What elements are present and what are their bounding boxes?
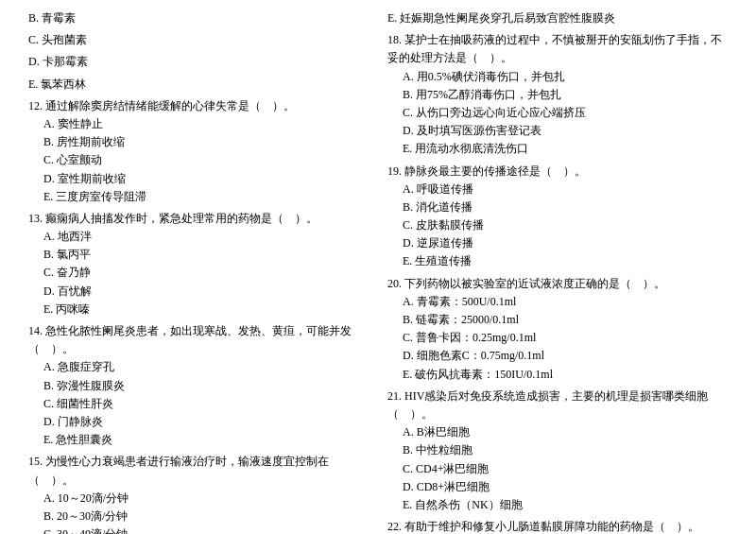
option-E-妊娠期: E. 妊娠期急性阑尾炎穿孔后易致宫腔性腹膜炎 (387, 9, 728, 27)
option-E-氯苯西林: E. 氯苯西林 (28, 76, 369, 94)
question-15: 15. 为慢性心力衰竭患者进行输液治疗时，输液速度宜控制在（ ）。 A. 10～… (28, 453, 369, 534)
question-12-optionB: B. 房性期前收缩 (28, 133, 369, 151)
question-13-optionC: C. 奋乃静 (28, 264, 369, 282)
question-15-optionB: B. 20～30滴/分钟 (28, 508, 369, 525)
question-13: 13. 癫痫病人抽搐发作时，紧急处理常用的药物是（ ）。 A. 地西泮 B. 氯… (28, 210, 369, 319)
question-22: 22. 有助于维护和修复小儿肠道黏膜屏障功能的药物是（ ）。 A. 青霉素 B.… (387, 518, 728, 534)
question-12-optionD: D. 室性期前收缩 (28, 170, 369, 188)
question-12-optionA: A. 窦性静止 (28, 115, 369, 133)
question-13-optionE: E. 丙咪嗪 (28, 301, 369, 319)
question-12-optionC: C. 心室颤动 (28, 151, 369, 169)
question-19-optionA: A. 呼吸道传播 (387, 181, 728, 198)
option-text: E. 妊娠期急性阑尾炎穿孔后易致宫腔性腹膜炎 (387, 11, 615, 25)
question-21-optionD: D. CD8+淋巴细胞 (387, 478, 728, 496)
question-20-optionB: B. 链霉素：25000/0.1ml (387, 311, 728, 329)
question-14-optionD: D. 门静脉炎 (28, 413, 369, 431)
question-13-optionD: D. 百忧解 (28, 283, 369, 301)
question-19-optionD: D. 逆尿道传播 (387, 234, 728, 252)
question-20-optionD: D. 细胞色素C：0.75mg/0.1ml (387, 347, 728, 365)
question-21-optionE: E. 自然杀伤（NK）细胞 (387, 496, 728, 514)
question-18-optionE: E. 用流动水彻底清洗伤口 (387, 140, 728, 158)
question-15-optionA: A. 10～20滴/分钟 (28, 490, 369, 508)
question-19: 19. 静脉炎最主要的传播途径是（ ）。 A. 呼吸道传播 B. 消化道传播 C… (387, 163, 728, 271)
question-13-optionA: A. 地西泮 (28, 228, 369, 246)
question-18-optionB: B. 用75%乙醇消毒伤口，并包扎 (387, 86, 728, 104)
question-12-optionE: E. 三度房室传导阻滞 (28, 188, 369, 206)
option-text: B. 青霉素 (28, 11, 76, 25)
question-19-optionE: E. 生殖道传播 (387, 252, 728, 270)
question-21-optionB: B. 中性粒细胞 (387, 441, 728, 459)
question-19-optionC: C. 皮肤黏膜传播 (387, 216, 728, 234)
question-18-optionC: C. 从伤口旁边远心向近心应心端挤压 (387, 104, 728, 122)
content-columns: B. 青霉素 C. 头孢菌素 D. 卡那霉素 E. 氯苯西林 12. 通过解除窦… (28, 9, 728, 534)
option-C-头孢菌素: C. 头孢菌素 (28, 31, 369, 49)
question-14: 14. 急性化脓性阑尾炎患者，如出现寒战、发热、黄疸，可能并发（ ）。 A. 急… (28, 322, 369, 449)
question-21-optionA: A. B淋巴细胞 (387, 423, 728, 441)
question-18: 18. 某护士在抽吸药液的过程中，不慎被掰开的安瓿划伤了手指，不妥的处理方法是（… (387, 31, 728, 158)
question-14-stem: 14. 急性化脓性阑尾炎患者，如出现寒战、发热、黄疸，可能并发（ ）。 (28, 322, 369, 358)
question-20: 20. 下列药物以被实验室的近试液浓度正确的是（ ）。 A. 青霉素：500U/… (387, 275, 728, 384)
right-column: E. 妊娠期急性阑尾炎穿孔后易致宫腔性腹膜炎 18. 某护士在抽吸药液的过程中，… (387, 9, 728, 534)
question-13-stem: 13. 癫痫病人抽搐发作时，紧急处理常用的药物是（ ）。 (28, 210, 369, 228)
question-13-optionB: B. 氯丙平 (28, 246, 369, 264)
question-12: 12. 通过解除窦房结情绪能缓解的心律失常是（ ）。 A. 窦性静止 B. 房性… (28, 97, 369, 206)
option-D-卡那霉素: D. 卡那霉素 (28, 53, 369, 71)
question-22-stem: 22. 有助于维护和修复小儿肠道黏膜屏障功能的药物是（ ）。 (387, 518, 728, 534)
option-text: E. 氯苯西林 (28, 78, 86, 91)
question-14-optionE: E. 急性胆囊炎 (28, 431, 369, 449)
question-12-stem: 12. 通过解除窦房结情绪能缓解的心律失常是（ ）。 (28, 97, 369, 115)
left-column: B. 青霉素 C. 头孢菌素 D. 卡那霉素 E. 氯苯西林 12. 通过解除窦… (28, 9, 369, 534)
question-21-stem: 21. HIV感染后对免疫系统造成损害，主要的机理是损害哪类细胞（ ）。 (387, 388, 728, 423)
question-20-optionC: C. 普鲁卡因：0.25mg/0.1ml (387, 329, 728, 347)
question-20-optionE: E. 破伤风抗毒素：150IU/0.1ml (387, 366, 728, 384)
question-19-optionB: B. 消化道传播 (387, 198, 728, 216)
option-text: D. 卡那霉素 (28, 55, 88, 68)
question-18-optionA: A. 用0.5%碘伏消毒伤口，并包扎 (387, 68, 728, 86)
option-text: C. 头孢菌素 (28, 33, 87, 46)
question-21: 21. HIV感染后对免疫系统造成损害，主要的机理是损害哪类细胞（ ）。 A. … (387, 388, 728, 514)
question-21-optionC: C. CD4+淋巴细胞 (387, 460, 728, 478)
question-20-stem: 20. 下列药物以被实验室的近试液浓度正确的是（ ）。 (387, 275, 728, 293)
question-19-stem: 19. 静脉炎最主要的传播途径是（ ）。 (387, 163, 728, 181)
question-18-stem: 18. 某护士在抽吸药液的过程中，不慎被掰开的安瓿划伤了手指，不妥的处理方法是（… (387, 31, 728, 67)
question-14-optionB: B. 弥漫性腹膜炎 (28, 377, 369, 395)
page: B. 青霉素 C. 头孢菌素 D. 卡那霉素 E. 氯苯西林 12. 通过解除窦… (28, 9, 728, 534)
question-15-stem: 15. 为慢性心力衰竭患者进行输液治疗时，输液速度宜控制在（ ）。 (28, 453, 369, 489)
question-14-optionC: C. 细菌性肝炎 (28, 395, 369, 413)
question-14-optionA: A. 急腹症穿孔 (28, 358, 369, 376)
question-15-optionC: C. 30～40滴/分钟 (28, 525, 369, 534)
question-18-optionD: D. 及时填写医源伤害登记表 (387, 122, 728, 140)
question-20-optionA: A. 青霉素：500U/0.1ml (387, 293, 728, 311)
option-B-青霉素: B. 青霉素 (28, 9, 369, 27)
